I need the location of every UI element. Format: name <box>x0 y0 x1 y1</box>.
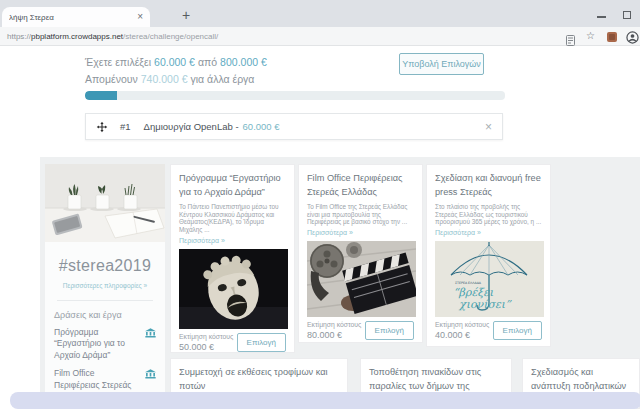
sidebar-section-title: Δράσεις και έργα <box>54 310 165 320</box>
selected-rank: #1 <box>120 121 131 132</box>
budget-remaining-amount: 740.000 € <box>141 73 188 85</box>
sidebar-card: #sterea2019 Περισσότερες πληροφορίες » Δ… <box>45 164 165 409</box>
bookmark-star-icon[interactable]: ☆ <box>586 31 595 41</box>
cost-amount: 80.000 € <box>307 330 361 340</box>
challenge-hashtag: #sterea2019 <box>45 257 165 275</box>
new-tab-button[interactable]: + <box>182 8 190 22</box>
budget-remaining-suffix: για άλλα έργα <box>190 73 254 85</box>
profile-avatar-icon[interactable] <box>626 30 639 48</box>
cost-label: Εκτίμηση κόστους <box>435 321 489 328</box>
more-link[interactable]: Περισσότερα » <box>179 237 286 244</box>
card-description: Στο πλαίσιο της προβολής της Στερεάς Ελλ… <box>435 203 542 226</box>
submit-selections-button[interactable]: Υποβολή Επιλογών <box>399 53 484 75</box>
selected-project-row[interactable]: #1 Δημιουργία OpenLab - 60.000 € × <box>85 113 503 140</box>
selected-label: Δημιουργία OpenLab - <box>144 121 239 132</box>
card-description: Το Πάντειο Πανεπιστήμιο μέσω του Κέντρου… <box>179 203 286 234</box>
sidebar-item-archaio-drama[interactable]: Πρόγραμμα “Εργαστήριο για το Αρχαίο Δράμ… <box>54 327 156 361</box>
cost-label: Εκτίμηση κόστους <box>307 321 361 328</box>
budget-progress-fill <box>85 91 117 100</box>
bottom-scroll-strip <box>10 392 640 409</box>
umbrella-brand-text: ΣΤΕΡΕΑ ΕΛΛΑΔΑ <box>455 281 482 285</box>
project-card-film-office: Film Office Περιφέρειας Στερεάς Ελλάδας … <box>298 164 423 343</box>
sidebar-divider <box>57 300 153 301</box>
budget-line-remaining: Απομένουν740.000 €για άλλα έργα <box>85 73 257 85</box>
card-description: Το Film Office της Στερεάς Ελλάδας είναι… <box>307 203 414 226</box>
budget-selected-prefix: Έχετε επιλέξει <box>85 56 151 68</box>
cost-row: Εκτίμηση κόστους 40.000 € Επιλογή <box>435 321 542 340</box>
more-link[interactable]: Περισσότερα » <box>435 229 542 236</box>
tab-close-icon[interactable]: × <box>137 12 143 22</box>
desk-plants-photo <box>45 164 165 242</box>
umbrella-script-line2: χιονίσει” <box>458 298 512 311</box>
film-clapperboard-photo <box>307 241 416 317</box>
page-action-icon[interactable] <box>566 32 575 50</box>
url-bar[interactable]: https://pbplatform.crowdapps.net/sterea/… <box>7 32 218 41</box>
sidebar-info-link[interactable]: Περισσότερες πληροφορίες » <box>45 282 165 289</box>
budget-selected-amount: 60.000 € <box>154 56 195 68</box>
maximize-icon[interactable] <box>623 11 631 19</box>
card-title: Συμμετοχή σε εκθέσεις τροφίμων και ποτών <box>179 366 339 393</box>
bank-icon <box>145 328 156 361</box>
cost-row: Εκτίμηση κόστους 50.000 € Επιλογή <box>179 333 286 352</box>
drag-move-icon[interactable] <box>96 121 108 133</box>
budget-remaining-prefix: Απομένουν <box>85 73 138 85</box>
remove-selection-icon[interactable]: × <box>485 121 492 133</box>
cost-amount: 40.000 € <box>435 330 489 340</box>
url-host: pbplatform.crowdapps.net <box>31 32 123 41</box>
browser-tab[interactable]: λήψη Στερεα × <box>2 7 150 27</box>
more-link[interactable]: Περισσότερα » <box>307 229 414 236</box>
browser-window: λήψη Στερεα × + https://pbplatform.crowd… <box>0 0 640 409</box>
selected-amount: 60.000 € <box>243 121 280 132</box>
select-project-button[interactable]: Επιλογή <box>365 321 414 340</box>
card-title: Πρόγραμμα “Εργαστήριο για το Αρχαίο Δράμ… <box>179 172 286 199</box>
select-project-button[interactable]: Επιλογή <box>237 333 286 352</box>
card-title: Film Office Περιφέρειας Στερεάς Ελλάδας <box>307 172 414 199</box>
cost-label: Εκτίμηση κόστους <box>179 333 233 340</box>
minimize-icon[interactable] <box>597 16 606 18</box>
budget-total-amount: 800.000 € <box>220 56 267 68</box>
budget-of-word: από <box>198 56 217 68</box>
card-title: Σχεδίαση και διανομή free press Στερεάς <box>435 172 542 199</box>
ancient-theatre-mask-photo <box>179 249 288 329</box>
budget-line-selected: Έχετε επιλέξει60.000 €από800.000 € <box>85 56 270 68</box>
umbrella-logo-image: ΣΤΕΡΕΑ ΕΛΛΑΔΑ “βρέξει χιονίσει” <box>435 241 544 317</box>
url-scheme: https:// <box>7 32 31 41</box>
sidebar-item-label: Πρόγραμμα “Εργαστήριο για το Αρχαίο Δράμ… <box>54 327 140 361</box>
cost-row: Εκτίμηση κόστους 80.000 € Επιλογή <box>307 321 414 340</box>
url-path: /sterea/challenge/opencall/ <box>123 32 218 41</box>
extension-icon[interactable] <box>607 32 617 42</box>
cost-amount: 50.000 € <box>179 342 233 352</box>
project-card-archaio-drama: Πρόγραμμα “Εργαστήριο για το Αρχαίο Δράμ… <box>170 164 295 353</box>
budget-progress-bar <box>85 91 505 100</box>
tab-title: λήψη Στερεα <box>9 13 133 22</box>
select-project-button[interactable]: Επιλογή <box>493 321 542 340</box>
project-card-free-press: Σχεδίαση και διανομή free press Στερεάς … <box>426 164 551 347</box>
